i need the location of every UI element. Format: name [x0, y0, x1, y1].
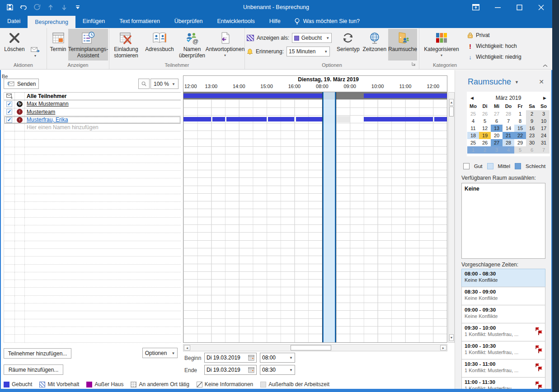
- suggested-time-item[interactable]: 08:00 - 08:30Keine Konflikte: [461, 269, 545, 287]
- appointment-button[interactable]: Termin: [48, 29, 68, 61]
- delete-button[interactable]: Löschen: [2, 29, 27, 53]
- calendar-day[interactable]: 5: [514, 146, 526, 154]
- horizontal-scroll-thumb[interactable]: [291, 345, 331, 350]
- calendar-day[interactable]: 1: [514, 110, 526, 117]
- attendee-checkbox[interactable]: ✓: [4, 108, 15, 116]
- add-rooms-button[interactable]: Räume hinzufügen...: [4, 364, 63, 375]
- calendar-day[interactable]: 8: [514, 117, 526, 125]
- calendar-day[interactable]: 17: [538, 125, 550, 132]
- empty-attendee-row[interactable]: [4, 265, 181, 272]
- calendar-day[interactable]: 3: [538, 110, 550, 117]
- suggested-time-item[interactable]: 10:00 - 10:301 Konflikt: Musterfrau, ...: [461, 341, 545, 359]
- attendee-name-link[interactable]: Max Mustermann: [27, 101, 69, 107]
- calendar-day[interactable]: 27: [491, 139, 503, 146]
- selected-time-slot[interactable]: [322, 92, 336, 342]
- dialog-launcher-icon[interactable]: [412, 62, 417, 67]
- scroll-right-arrow[interactable]: ►: [440, 345, 446, 350]
- empty-attendee-row[interactable]: [4, 335, 181, 342]
- send-button[interactable]: Senden: [4, 79, 39, 89]
- low-importance-button[interactable]: ↓ Wichtigkeit: niedrig: [467, 51, 521, 62]
- calendar-day[interactable]: 25: [467, 139, 479, 146]
- empty-attendee-row[interactable]: [4, 288, 181, 295]
- calendar-day[interactable]: 5: [479, 117, 491, 125]
- calendar-day[interactable]: 31: [538, 139, 550, 146]
- tell-me-search[interactable]: Was möchten Sie tun?: [288, 14, 366, 28]
- empty-attendee-row[interactable]: [4, 194, 181, 202]
- move-down-icon[interactable]: [61, 4, 68, 11]
- empty-attendee-row[interactable]: [4, 280, 181, 288]
- calendar-day[interactable]: 7: [503, 117, 514, 125]
- reminder-combobox[interactable]: 15 Minuten ▼: [287, 47, 330, 56]
- calendar-day[interactable]: 10: [538, 117, 550, 125]
- grid-horizontal-scrollbar[interactable]: ◄ ►: [183, 344, 447, 351]
- calendar-day[interactable]: 13: [491, 125, 503, 132]
- tab-hilfe[interactable]: Hilfe: [262, 14, 288, 28]
- recurrence-button[interactable]: Serientyp: [335, 29, 361, 61]
- calendar-day[interactable]: 20: [491, 132, 503, 139]
- attendee-name[interactable]: Musterteam: [25, 109, 181, 115]
- add-attendees-button[interactable]: Teilnehmer hinzufügen...: [4, 348, 71, 359]
- empty-attendee-row[interactable]: [4, 327, 181, 335]
- ribbon-display-options-icon[interactable]: [471, 2, 481, 12]
- calendar-day[interactable]: 9: [526, 117, 538, 125]
- high-importance-button[interactable]: ! Wichtigkeit: hoch: [467, 41, 521, 51]
- dropdown-caret[interactable]: ▼: [515, 80, 519, 84]
- close-pane-icon[interactable]: ✕: [539, 78, 544, 85]
- collapse-ribbon-icon[interactable]: [543, 64, 548, 67]
- calendar-day[interactable]: 3: [491, 146, 503, 154]
- calendar-day[interactable]: 16: [526, 125, 538, 132]
- empty-attendee-row[interactable]: [4, 131, 181, 139]
- next-month-arrow[interactable]: ▶: [543, 96, 546, 100]
- suggested-time-item[interactable]: 10:30 - 11:001 Konflikt: Musterfrau, ...: [461, 359, 545, 378]
- room-finder-button[interactable]: Raumsuche: [388, 29, 417, 61]
- end-time-combobox[interactable]: 08:30 ▼: [260, 365, 295, 375]
- cancel-invitation-button[interactable]: Einladung stornieren: [110, 29, 142, 61]
- date-picker-icon[interactable]: [248, 355, 254, 361]
- empty-attendee-row[interactable]: [4, 178, 181, 186]
- calendar-day[interactable]: 7: [538, 146, 550, 154]
- calendar-day[interactable]: 26: [479, 110, 491, 117]
- calendar-day[interactable]: 4: [467, 117, 479, 125]
- calendar-day[interactable]: 1: [467, 146, 479, 154]
- empty-attendee-row[interactable]: [4, 202, 181, 210]
- calendar-day[interactable]: 4: [503, 146, 514, 154]
- empty-attendee-row[interactable]: [4, 296, 181, 303]
- empty-attendee-row[interactable]: [4, 155, 181, 163]
- private-button[interactable]: Privat: [467, 30, 521, 41]
- attendee-header-row[interactable]: Alle Teilnehmer: [4, 93, 181, 100]
- empty-attendee-row[interactable]: [4, 311, 181, 319]
- calendar-day[interactable]: 28: [503, 110, 514, 117]
- empty-attendee-row[interactable]: [4, 272, 181, 280]
- attendee-name[interactable]: Max Mustermann: [25, 101, 181, 107]
- calendar-day[interactable]: 28: [503, 139, 514, 146]
- maximize-button[interactable]: [514, 2, 524, 12]
- show-as-combobox[interactable]: Gebucht ▼: [292, 33, 332, 43]
- address-book-button[interactable]: Adressbuch: [142, 29, 177, 61]
- calendar-day[interactable]: 24: [538, 132, 550, 139]
- calendar-day[interactable]: 12: [479, 125, 491, 132]
- calendar-day[interactable]: 25: [467, 110, 479, 117]
- calendar-day[interactable]: 27: [491, 110, 503, 117]
- room-list-item[interactable]: Keine: [465, 186, 479, 192]
- zoom-level-combobox[interactable]: 100 % ▼: [150, 79, 179, 89]
- response-options-button[interactable]: Antwortoptionen ▾: [207, 29, 243, 61]
- vertical-scroll-thumb[interactable]: [449, 107, 454, 117]
- calendar-day[interactable]: 21: [503, 132, 514, 139]
- empty-attendee-row[interactable]: [4, 171, 181, 178]
- suggested-time-item[interactable]: 08:30 - 09:00Keine Konflikte: [461, 287, 545, 305]
- attendee-name[interactable]: Musterfrau, Erika: [25, 117, 181, 123]
- categorize-button[interactable]: Kategorisieren ▾: [422, 29, 461, 63]
- attendee-row[interactable]: ✓↑Musterfrau, Erika: [4, 116, 181, 124]
- grid-vertical-scrollbar[interactable]: ▲ ▼: [448, 92, 455, 343]
- time-zones-button[interactable]: Zeitzonen: [361, 29, 388, 61]
- empty-attendee-row[interactable]: [4, 233, 181, 241]
- empty-attendee-row[interactable]: [4, 218, 181, 225]
- close-button[interactable]: [536, 2, 546, 12]
- empty-attendee-row[interactable]: [4, 210, 181, 217]
- attendee-row[interactable]: ✓↻Max Mustermann: [4, 100, 181, 108]
- attendee-name-link[interactable]: Musterteam: [27, 109, 55, 115]
- previous-month-arrow[interactable]: ◀: [470, 96, 474, 100]
- attendee-checkbox[interactable]: ✓: [4, 100, 15, 107]
- begin-date-field[interactable]: Di 19.03.2019: [204, 353, 257, 363]
- empty-attendee-row[interactable]: [4, 241, 181, 249]
